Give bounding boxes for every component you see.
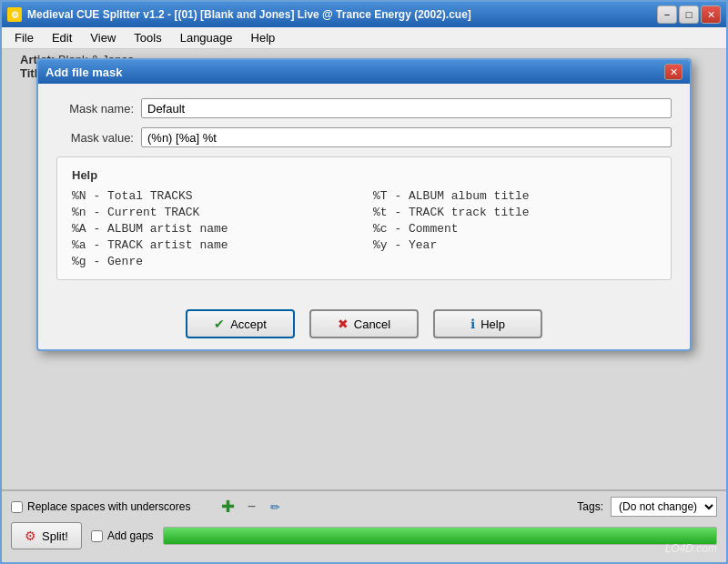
main-window: ⚙ Medieval CUE Splitter v1.2 - [(01) [Bl… <box>0 0 728 564</box>
minimize-button[interactable]: − <box>657 5 677 24</box>
edit-mask-icon[interactable]: ✏ <box>265 497 285 517</box>
menu-file[interactable]: File <box>7 29 41 46</box>
help-grid: %N - Total TRACKS %T - ALBUM album title… <box>72 189 656 268</box>
menu-edit[interactable]: Edit <box>45 29 79 46</box>
remove-mask-icon[interactable]: − <box>241 497 261 517</box>
title-bar: ⚙ Medieval CUE Splitter v1.2 - [(01) [Bl… <box>2 2 726 27</box>
add-gaps-checkbox[interactable] <box>91 530 103 542</box>
dialog-title-bar: Add file mask ✕ <box>38 60 690 84</box>
watermark: LO4D.com <box>665 542 717 555</box>
replace-spaces-checkbox[interactable] <box>11 501 23 513</box>
add-mask-icon[interactable]: ✚ <box>217 497 238 517</box>
dialog-body: Mask name: Mask value: Help %N - Total T… <box>38 84 690 295</box>
close-window-button[interactable]: ✕ <box>701 5 721 24</box>
app-content: Artist: Blank & Jones Title: Live @ Tran… <box>2 49 726 562</box>
help-item-T: %T - ALBUM album title <box>373 189 656 203</box>
bottom-bar: Replace spaces with underscores ✚ − ✏ Ta… <box>2 489 726 562</box>
checkmark-icon: ✔ <box>214 317 225 331</box>
help-item-y: %y - Year <box>373 238 656 252</box>
progress-bar-fill <box>164 528 716 544</box>
help-label: Help <box>480 317 505 331</box>
split-button[interactable]: ⚙ Split! <box>11 522 82 549</box>
replace-spaces-checkbox-label[interactable]: Replace spaces with underscores <box>11 500 190 513</box>
menu-bar: File Edit View Tools Language Help <box>2 27 726 49</box>
mask-value-row: Mask value: <box>56 127 672 147</box>
mask-name-row: Mask name: <box>56 98 672 118</box>
help-item-n: %n - Current TRACK <box>72 206 355 219</box>
tags-select[interactable]: (Do not change) ID3v1 ID3v2 APEv2 <box>611 497 717 517</box>
accept-button[interactable]: ✔ Accept <box>186 309 295 338</box>
progress-bar-container <box>163 527 717 545</box>
menu-language[interactable]: Language <box>173 29 240 46</box>
bottom-row2: ⚙ Split! Add gaps <box>11 522 717 549</box>
help-item-N: %N - Total TRACKS <box>72 189 355 203</box>
split-label: Split! <box>42 529 68 543</box>
mask-value-label: Mask value: <box>56 131 134 145</box>
help-item-t: %t - TRACK track title <box>373 206 656 219</box>
help-title: Help <box>72 168 656 182</box>
help-section: Help %N - Total TRACKS %T - ALBUM album … <box>56 156 672 280</box>
app-icon: ⚙ <box>7 7 22 22</box>
menu-help[interactable]: Help <box>244 29 283 46</box>
replace-spaces-label: Replace spaces with underscores <box>27 500 190 513</box>
dialog-close-button[interactable]: ✕ <box>664 64 682 80</box>
help-item-g: %g - Genre <box>72 255 355 268</box>
bottom-row1: Replace spaces with underscores ✚ − ✏ Ta… <box>11 497 717 517</box>
tags-label: Tags: <box>577 500 603 513</box>
mask-name-input[interactable] <box>141 98 672 118</box>
title-controls: − □ ✕ <box>657 5 721 24</box>
accept-label: Accept <box>230 317 267 331</box>
bottom-icons: ✚ − ✏ <box>217 497 285 517</box>
maximize-button[interactable]: □ <box>679 5 699 24</box>
split-icon: ⚙ <box>25 529 36 543</box>
help-icon: ℹ <box>470 317 475 331</box>
menu-tools[interactable]: Tools <box>126 29 168 46</box>
help-item-A: %A - ALBUM artist name <box>72 222 355 236</box>
help-item-c: %c - Comment <box>373 222 656 236</box>
menu-view[interactable]: View <box>83 29 123 46</box>
dialog-title: Add file mask <box>46 65 123 79</box>
cancel-button[interactable]: ✖ Cancel <box>309 309 419 338</box>
dialog-buttons: ✔ Accept ✖ Cancel ℹ Help <box>38 295 690 349</box>
cancel-label: Cancel <box>354 317 390 331</box>
cancel-icon: ✖ <box>338 317 349 331</box>
mask-value-input[interactable] <box>141 127 672 147</box>
dialog-overlay: Add file mask ✕ Mask name: Mask value: <box>2 49 726 562</box>
help-button[interactable]: ℹ Help <box>433 309 542 338</box>
window-title: Medieval CUE Splitter v1.2 - [(01) [Blan… <box>27 8 471 21</box>
add-gaps-checkbox-label[interactable]: Add gaps <box>91 529 154 542</box>
add-gaps-label: Add gaps <box>107 529 154 542</box>
help-item-a: %a - TRACK artist name <box>72 238 355 252</box>
add-file-mask-dialog: Add file mask ✕ Mask name: Mask value: <box>36 58 692 351</box>
tags-section: Tags: (Do not change) ID3v1 ID3v2 APEv2 <box>577 497 717 517</box>
mask-name-label: Mask name: <box>56 102 134 116</box>
